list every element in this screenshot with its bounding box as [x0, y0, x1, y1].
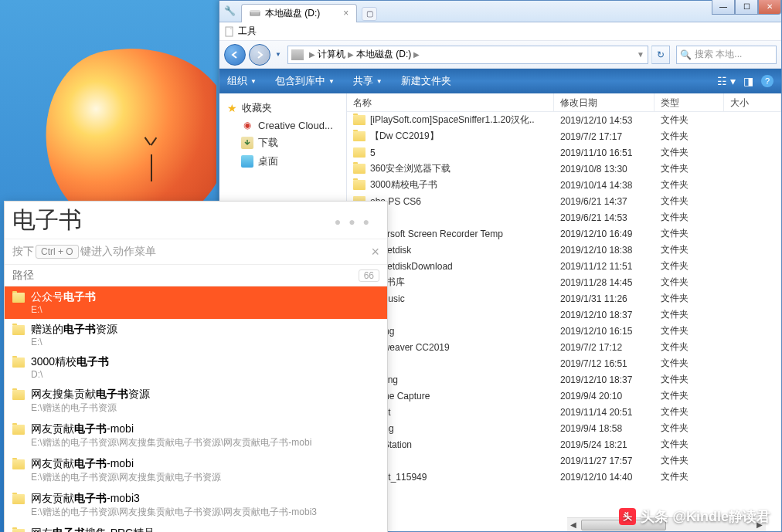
search-result-item[interactable]: 3000精校电子书D:\ [5, 351, 387, 384]
address-dropdown-icon[interactable]: ▼ [637, 50, 644, 59]
quick-search-input[interactable] [5, 202, 387, 239]
file-row[interactable]: 【Dw CC2019】2019/7/2 17:17文件夹 [347, 128, 781, 144]
file-row[interactable]: udMusic2019/1/31 11:26文件夹 [347, 290, 781, 307]
folder-icon [353, 115, 366, 125]
file-row[interactable]: [iPlaySoft.com]SpaceSniffer1.1.20汉化..201… [347, 112, 781, 128]
file-type: 文件夹 [654, 195, 724, 208]
file-type: 文件夹 [654, 227, 724, 240]
file-row[interactable]: bre 书库2019/11/28 14:45文件夹 [347, 274, 781, 290]
minimize-button[interactable]: — [712, 0, 735, 15]
file-row[interactable]: gDing2019/12/10 16:15文件夹 [347, 323, 781, 339]
help-icon[interactable]: ? [761, 75, 774, 87]
search-result-item[interactable]: 网友电子书搜集-PRC精品 [5, 523, 387, 532]
forward-button[interactable] [249, 44, 270, 66]
file-type: 文件夹 [654, 454, 724, 467]
search-result-item[interactable]: 公众号电子书E:\ [5, 286, 387, 319]
result-name: 3000精校电子书 [31, 355, 109, 369]
view-options-icon[interactable]: ☷ ▾ [717, 75, 736, 87]
result-path: E:\赠送的电子书资源\网友搜集贡献电子书资源\网友贡献电子书-mobi [31, 436, 379, 449]
favorites-header[interactable]: ★ 收藏夹 [219, 100, 346, 117]
result-count: 66 [359, 269, 379, 282]
search-result-item[interactable]: 网友贡献电子书-mobiE:\赠送的电子书资源\网友搜集贡献电子书资源 [5, 453, 387, 488]
file-type: 文件夹 [654, 130, 724, 143]
titlebar[interactable]: 🔧 本地磁盘 (D:) × ▢ — ☐ ✕ [219, 1, 781, 22]
file-row[interactable]: Stone Capture2019/9/4 20:10文件夹 [347, 388, 781, 404]
file-row[interactable]: er2019/12/10 18:37文件夹 [347, 307, 781, 323]
search-result-item[interactable]: 网友贡献电子书-mobi3E:\赠送的电子书资源\网友搜集贡献电子书资源\网友贡… [5, 488, 387, 523]
file-row[interactable]: de2019/6/21 14:53文件夹 [347, 209, 781, 225]
sidebar-item-desktop[interactable]: 桌面 [219, 152, 346, 171]
file-row[interactable]: duNetdisk2019/12/10 18:38文件夹 [347, 242, 781, 258]
file-row[interactable]: rything2019/12/10 18:37文件夹 [347, 371, 781, 388]
file-type: 文件夹 [654, 146, 724, 159]
address-bar[interactable]: ▶ 计算机 ▶ 本地磁盘 (D:) ▶ ▼ [287, 46, 648, 64]
column-size[interactable]: 大小 [724, 93, 781, 111]
file-row[interactable]: utput2019/11/14 20:51文件夹 [347, 404, 781, 420]
file-date: 2019/9/4 18:58 [554, 423, 654, 434]
explorer-search-input[interactable]: 🔍 搜索 本地... [676, 46, 777, 64]
wrench-icon[interactable]: 🔧 [224, 5, 236, 18]
file-row[interactable]: ashi2019/11/27 17:57文件夹 [347, 452, 781, 469]
file-date: 2019/7/12 16:51 [554, 358, 654, 369]
active-tab[interactable]: 本地磁盘 (D:) × [241, 4, 357, 22]
tab-title: 本地磁盘 (D:) [265, 7, 320, 20]
maximize-button[interactable]: ☐ [735, 0, 758, 15]
result-path: D:\ [31, 369, 379, 380]
file-row[interactable]: amweaver CC20192019/7/2 17:12文件夹 [347, 339, 781, 355]
search-result-item[interactable]: 网友搜集贡献电子书资源E:\赠送的电子书资源 [5, 384, 387, 418]
refresh-button[interactable]: ↻ [651, 46, 670, 64]
file-date: 2019/12/10 18:37 [554, 310, 654, 320]
svg-rect-1 [250, 10, 260, 12]
creative-cloud-icon: ◉ [241, 119, 253, 131]
folder-icon [353, 164, 366, 174]
search-result-item[interactable]: 网友贡献电子书-mobiE:\赠送的电子书资源\网友搜集贡献电子书资源\网友贡献… [5, 418, 387, 453]
breadcrumb[interactable]: 本地磁盘 (D:) [356, 48, 411, 61]
preview-pane-icon[interactable]: ◨ [743, 75, 753, 87]
file-date: 2019/6/21 14:53 [554, 212, 654, 223]
column-name[interactable]: 名称 [347, 93, 554, 111]
file-type: 文件夹 [654, 470, 724, 483]
file-row[interactable]: pIt2019/7/12 16:51文件夹 [347, 355, 781, 371]
hint-bar: 按下 Ctrl + O 键进入动作菜单 × [5, 239, 387, 265]
sidebar-item-downloads[interactable]: 下载 [219, 134, 346, 152]
close-icon[interactable]: × [371, 244, 379, 260]
column-type[interactable]: 类型 [654, 93, 724, 111]
back-button[interactable] [224, 44, 246, 66]
new-tab-button[interactable]: ▢ [362, 7, 377, 21]
file-row[interactable]: owersoft Screen Recorder Temp2019/12/10 … [347, 225, 781, 242]
file-row[interactable]: 360安全浏览器下载2019/10/8 13:30文件夹 [347, 161, 781, 177]
file-row[interactable]: orong2019/9/4 18:58文件夹 [347, 420, 781, 436]
file-type: 文件夹 [654, 259, 724, 273]
include-library-button[interactable]: 包含到库中▼ [275, 74, 335, 88]
file-type: 文件夹 [654, 308, 724, 321]
result-path: E:\赠送的电子书资源\网友搜集贡献电子书资源\网友贡献电子书-mobi3 [31, 506, 379, 519]
file-row[interactable]: 52019/11/10 16:51文件夹 [347, 144, 781, 161]
organize-button[interactable]: 组织▼ [227, 74, 257, 88]
column-date[interactable]: 修改日期 [554, 93, 654, 111]
close-button[interactable]: ✕ [758, 0, 781, 15]
file-name: [iPlaySoft.com]SpaceSniffer1.1.20汉化.. [370, 114, 535, 127]
breadcrumb[interactable]: 计算机 [318, 48, 345, 61]
chevron-right-icon[interactable]: ▶ [413, 50, 420, 59]
tab-close-icon[interactable]: × [343, 8, 348, 19]
file-row[interactable]: duNetdiskDownload2019/11/12 11:51文件夹 [347, 258, 781, 274]
folder-icon [12, 390, 25, 400]
file-row[interactable]: orkStation2019/5/24 18:21文件夹 [347, 436, 781, 452]
file-row[interactable]: obe PS CS62019/6/21 14:37文件夹 [347, 193, 781, 209]
new-folder-button[interactable]: 新建文件夹 [401, 74, 451, 88]
file-type: 文件夹 [654, 405, 724, 418]
options-icon[interactable]: ● ● ● [335, 215, 372, 228]
history-dropdown-icon[interactable]: ▼ [272, 48, 284, 61]
navigation-bar: ▼ ▶ 计算机 ▶ 本地磁盘 (D:) ▶ ▼ ↻ 🔍 搜索 本地... [219, 41, 781, 69]
desktop-icon [241, 155, 253, 168]
tools-menu[interactable]: 工具 [238, 25, 257, 38]
search-result-item[interactable]: 赠送的电子书资源E:\ [5, 319, 387, 351]
sidebar-item-creative-cloud[interactable]: ◉ Creative Cloud... [219, 117, 346, 134]
file-row[interactable]: ntnet_1159492019/12/10 14:40文件夹 [347, 469, 781, 485]
results-category: 路径 66 [5, 265, 387, 286]
chevron-right-icon[interactable]: ▶ [348, 50, 354, 59]
scroll-left-icon[interactable]: ◀ [567, 520, 580, 529]
file-row[interactable]: 3000精校电子书2019/10/14 14:38文件夹 [347, 177, 781, 193]
chevron-right-icon[interactable]: ▶ [309, 50, 315, 59]
share-button[interactable]: 共享▼ [353, 74, 382, 88]
